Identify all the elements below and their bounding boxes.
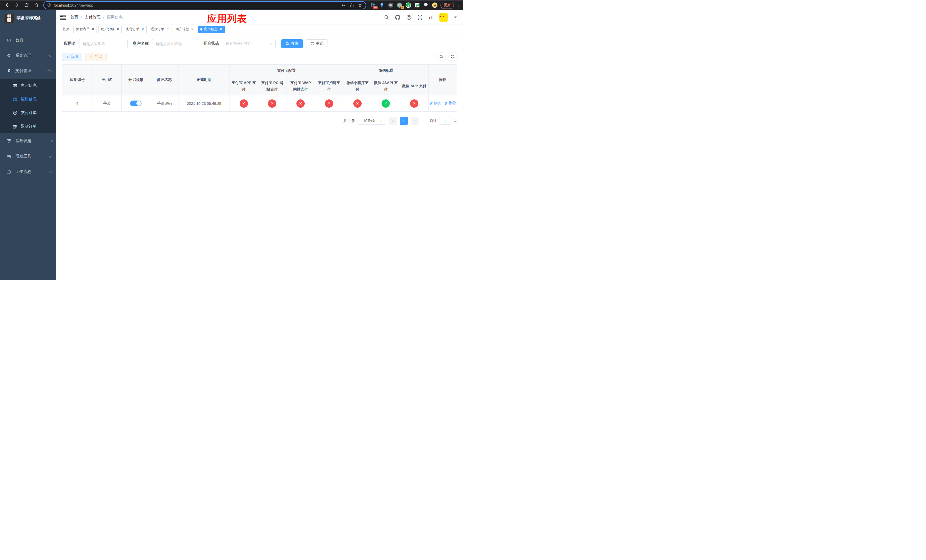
cell-merchant: 芋道源码 (150, 95, 179, 112)
tab-pay-orders[interactable]: 支付订单 (123, 26, 146, 33)
app-name-input[interactable] (79, 39, 127, 48)
font-size-icon[interactable]: TT (428, 15, 433, 20)
edit-link[interactable]: 修改 (430, 101, 441, 106)
tab-home[interactable]: 首页 (60, 26, 72, 33)
page-number-1[interactable]: 1 (400, 117, 408, 125)
browser-back-button[interactable] (3, 2, 11, 9)
chevron-down-icon (49, 138, 53, 142)
svg-text:¥: ¥ (14, 112, 16, 114)
payment-submenu: 商户信息 应用信息 ¥ 支付订单 (0, 79, 56, 133)
close-icon[interactable] (117, 27, 119, 31)
refresh-table-button[interactable] (448, 52, 457, 61)
next-page-button[interactable] (411, 117, 419, 125)
password-key-icon[interactable] (341, 3, 346, 8)
sidebar-item-home[interactable]: 首页 (0, 32, 56, 48)
close-icon[interactable] (191, 27, 194, 31)
cell-created: 2021-10-23 08:49:25 (179, 95, 230, 112)
extension-icon-6[interactable] (414, 2, 420, 8)
toggle-search-button[interactable] (437, 52, 446, 61)
chrome-menu-icon[interactable]: ⋮ (456, 3, 460, 7)
site-info-icon[interactable] (47, 3, 51, 7)
alipay-qr-status-icon: ✕ (325, 100, 333, 107)
tab-user-group[interactable]: 用户分组 (98, 26, 122, 33)
alipay-wap-status-icon: ✕ (297, 100, 305, 107)
app-logo[interactable]: 芋道管理系统 (0, 10, 56, 26)
bookmark-star-icon[interactable] (358, 3, 362, 8)
extension-icon-4[interactable]: 1 (396, 2, 402, 8)
prev-page-button[interactable] (389, 117, 397, 125)
col-merchant: 商户名称 (150, 65, 179, 95)
sidebar-item-label: 研发工具 (15, 154, 31, 159)
pagination: 共 1 条 10条/页 1 前往 页 (62, 117, 457, 125)
sidebar-item-merchant-info[interactable]: 商户信息 (0, 79, 56, 92)
reset-button[interactable]: 重置 (306, 39, 327, 48)
yen-icon: ¥ (6, 68, 11, 74)
goto-label: 前往 (430, 118, 437, 123)
sidebar-item-app-info[interactable]: 应用信息 (0, 92, 56, 106)
merchant-name-input[interactable] (152, 39, 198, 48)
extensions-puzzle-icon[interactable] (423, 2, 429, 8)
tab-merchant-info[interactable]: 商户信息 (173, 26, 196, 33)
export-button[interactable]: 导出 (85, 53, 106, 61)
wechat-mini-status-icon: ✕ (353, 100, 362, 107)
tab-app-info[interactable]: 应用信息 (198, 26, 225, 33)
fullscreen-icon[interactable] (418, 15, 422, 20)
search-icon (286, 42, 289, 45)
col-alipay-app: 支付宝 APP 支付 (230, 77, 258, 95)
add-button[interactable]: 新增 (62, 53, 82, 61)
trash-icon (445, 102, 448, 105)
col-app-id: 应用编号 (62, 65, 93, 95)
close-icon[interactable] (166, 27, 169, 31)
address-bar[interactable]: localhost:1024/pay/app (43, 1, 366, 9)
sidebar-item-workflow[interactable]: 工作流程 (0, 164, 56, 179)
close-icon[interactable] (219, 27, 222, 31)
breadcrumb-home[interactable]: 首页 (70, 15, 78, 20)
share-icon[interactable] (350, 3, 354, 8)
col-wechat-app: 微信 APP 支付 (400, 77, 428, 95)
chrome-update-button[interactable]: 更新 (440, 2, 454, 9)
cell-app-name: 芋道 (92, 95, 121, 112)
browser-forward-button[interactable] (13, 2, 21, 9)
help-icon[interactable] (406, 15, 412, 20)
profile-avatar-icon[interactable] (432, 2, 438, 8)
browser-reload-button[interactable] (23, 2, 30, 9)
delete-link[interactable]: 删除 (445, 101, 456, 106)
dashboard-icon (6, 38, 11, 43)
sidebar-item-devtools[interactable]: 研发工具 (0, 149, 56, 164)
extension-icon-1[interactable]: 10 (370, 2, 376, 8)
sidebar-item-pay-orders[interactable]: ¥ 支付订单 (0, 106, 56, 120)
breadcrumb-current: 应用信息 (107, 15, 123, 20)
goto-page-input[interactable] (439, 117, 451, 125)
alipay-app-status-icon: ✕ (240, 100, 248, 107)
user-avatar[interactable] (439, 13, 448, 22)
breadcrumb-separator: / (81, 15, 82, 20)
plus-icon (67, 54, 69, 59)
search-button[interactable]: 搜索 (281, 39, 303, 48)
sidebar-collapse-icon[interactable] (60, 15, 66, 20)
sidebar-item-payment[interactable]: ¥ 支付管理 (0, 63, 56, 79)
status-select[interactable]: 请选择开启状态 (223, 39, 275, 48)
tab-process-form[interactable]: 流程表单 (73, 26, 97, 33)
extension-icon-5[interactable]: y (406, 2, 411, 8)
col-alipay-wap: 支付宝 WAP 网站支付 (286, 77, 315, 95)
group-alipay-config: 支付宝配置 (230, 65, 343, 77)
col-wechat-mini: 微信小程序支付 (343, 77, 372, 95)
sidebar-item-system[interactable]: ⚙ 系统管理 (0, 48, 56, 63)
github-icon[interactable] (395, 15, 400, 20)
close-icon[interactable] (141, 27, 144, 31)
close-icon[interactable] (92, 27, 94, 31)
breadcrumb-payment[interactable]: 支付管理 (85, 15, 100, 20)
sidebar-item-label: 系统管理 (15, 53, 31, 58)
chevron-down-icon (270, 42, 273, 45)
extension-icon-3[interactable]: ⌘ (388, 2, 393, 8)
tab-refund-orders[interactable]: 退款订单 (148, 26, 171, 33)
header-search-icon[interactable] (384, 15, 389, 20)
enable-toggle[interactable] (130, 101, 142, 106)
extension-icon-2[interactable] (379, 2, 385, 8)
sidebar-item-infra[interactable]: 基础设施 (0, 133, 56, 149)
user-menu-caret-icon[interactable] (454, 17, 457, 18)
sidebar-item-label: 基础设施 (15, 138, 31, 144)
page-size-select[interactable]: 10条/页 (358, 117, 386, 125)
browser-home-button[interactable] (32, 2, 40, 9)
sidebar-item-refund-orders[interactable]: 退款订单 (0, 120, 56, 133)
